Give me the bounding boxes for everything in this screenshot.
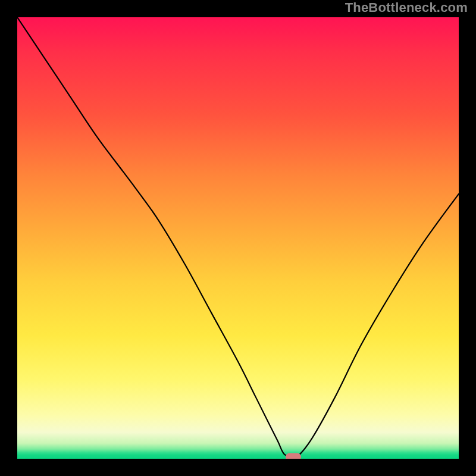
bottleneck-curve [17,17,459,459]
optimal-point-marker [286,453,301,459]
plot-area [17,17,459,459]
watermark-text: TheBottleneck.com [345,0,468,15]
chart-frame: TheBottleneck.com [0,0,476,476]
